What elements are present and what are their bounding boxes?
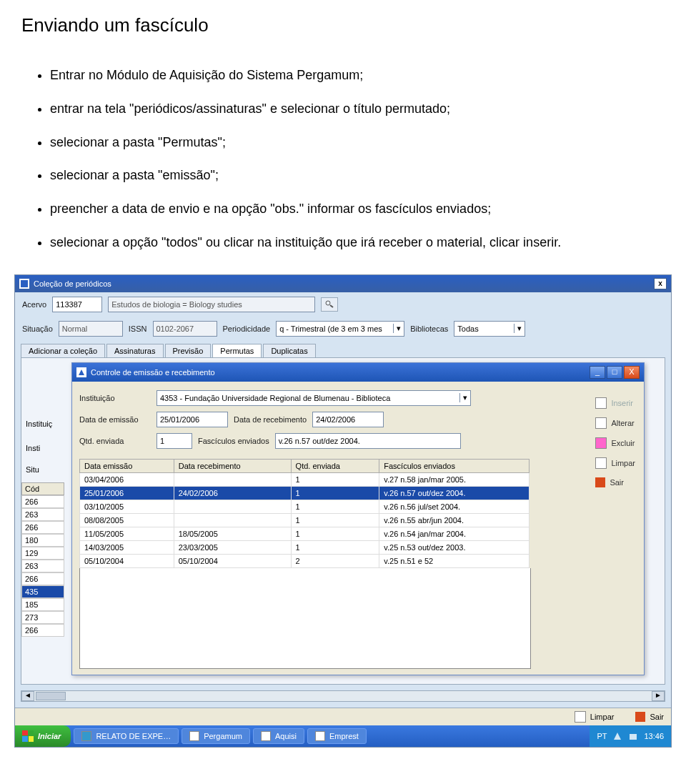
left-partial-column: Instituiç Insti Situ Cód 266 263 266 180… [21,418,64,637]
scroll-left-button[interactable]: ◄ [21,691,34,701]
table-cell: 11/05/2005 [80,527,174,540]
alterar-button[interactable]: Alterar [595,417,635,429]
tab-permutas[interactable]: Permutas [212,344,262,357]
exit-icon [595,477,605,487]
table-row[interactable]: 05/10/200405/10/20042v.25 n.51 e 52 [80,554,530,567]
table-cell: 1 [291,527,379,540]
tray-icon[interactable] [628,731,638,741]
clear-icon [575,711,586,723]
word-icon [81,731,91,741]
periodicidade-select[interactable]: q - Trimestral (de 3 em 3 mes▾ [276,321,404,337]
inner-dialog: Controle de emissão e recebimento _ □ X … [71,362,645,675]
table-row[interactable]: 03/04/20061v.27 n.58 jan/mar 2005. [80,472,530,486]
excluir-button[interactable]: Excluir [595,437,635,449]
instituicao-label: Instituição [79,394,151,402]
status-limpar-button[interactable]: Limpar [575,711,615,723]
tab-previsao[interactable]: Previsão [165,344,212,357]
bibliotecas-select[interactable]: Todas▾ [454,321,525,337]
tab-content-permutas: Instituiç Insti Situ Cód 266 263 266 180… [21,357,665,685]
col-fasciculos[interactable]: Fascículos enviados [379,459,530,472]
qtd-enviada-input[interactable]: 1 [156,433,192,449]
list-item-selected[interactable]: 435 [21,585,64,598]
list-item[interactable]: 180 [21,534,64,547]
sair-button[interactable]: Sair [595,477,635,487]
list-item[interactable]: 266 [21,521,64,534]
data-recebimento-input[interactable]: 24/02/2006 [312,412,384,427]
table-row[interactable]: 03/10/20051v.26 n.56 jul/set 2004. [80,500,530,513]
task-pergamum[interactable]: Pergamum [182,728,250,744]
maximize-button[interactable]: □ [607,366,622,379]
table-row[interactable]: 25/01/200624/02/20061v.26 n.57 out/dez 2… [80,486,530,500]
dialog-title: Controle de emissão e recebimento [91,368,215,377]
svg-rect-6 [630,734,637,740]
system-tray[interactable]: PT 13:46 [590,725,671,747]
table-row[interactable]: 14/03/200523/03/20051v.25 n.53 out/dez 2… [80,540,530,554]
language-indicator[interactable]: PT [597,732,607,740]
bibliotecas-label: Bibliotecas [410,324,448,333]
dialog-icon [76,367,86,377]
data-emissao-input[interactable]: 25/01/2006 [156,412,228,427]
instruction-list: Entrar no Módulo de Aquisição do Sistema… [50,65,672,253]
search-icon [324,301,334,309]
list-item[interactable]: 129 [21,547,64,560]
dialog-titlebar[interactable]: Controle de emissão e recebimento _ □ X [72,363,644,382]
horizontal-scrollbar[interactable]: ◄ ► [21,690,665,702]
bullet-item: selecionar a pasta "Permutas"; [50,132,672,153]
status-sair-button[interactable]: Sair [635,711,664,723]
windows-logo-icon [22,730,34,742]
tray-icon[interactable] [612,731,622,741]
list-item[interactable]: 266 [21,572,64,585]
table-row[interactable]: 11/05/200518/05/20051v.26 n.54 jan/mar 2… [80,527,530,540]
task-aquisi[interactable]: Aquisi [253,728,304,744]
clock[interactable]: 13:46 [644,732,664,740]
minimize-button[interactable]: _ [590,366,605,379]
list-item[interactable]: 266 [21,495,64,508]
acervo-input[interactable]: 113387 [52,297,102,312]
list-item[interactable]: 185 [21,598,64,611]
close-button[interactable]: X [624,366,640,379]
situacao-input: Normal [59,321,123,337]
inserir-button: Inserir [595,397,635,409]
limpar-button[interactable]: Limpar [595,457,635,469]
list-item[interactable]: 263 [21,560,64,572]
bullet-item: entrar na tela "periódicos/assinaturas" … [50,99,672,119]
list-item[interactable]: 266 [21,624,64,637]
scroll-right-button[interactable]: ► [652,691,665,701]
insert-icon [595,397,607,409]
emissao-table: Data emissão Data recebimento Qtd. envia… [79,459,530,568]
app-icon [189,731,199,741]
col-data-emissao[interactable]: Data emissão [80,459,174,472]
table-cell: 24/02/2006 [174,486,291,500]
col-qtd-enviada[interactable]: Qtd. enviada [291,459,379,472]
svg-rect-1 [21,280,28,287]
tab-adicionar[interactable]: Adicionar a coleção [21,344,105,357]
table-cell [174,513,291,527]
start-button[interactable]: Iniciar [15,725,71,747]
col-data-recebimento[interactable]: Data recebimento [174,459,291,472]
list-item[interactable]: 263 [21,508,64,521]
tab-duplicatas[interactable]: Duplicatas [263,344,315,357]
situacao-label: Situação [22,324,53,333]
fasciculos-input[interactable]: v.26 n.57 out/dez 2004. [275,433,461,449]
app-icon [315,731,325,741]
table-cell: 08/08/2005 [80,513,174,527]
list-item[interactable]: 273 [21,611,64,624]
table-row[interactable]: 08/08/20051v.26 n.55 abr/jun 2004. [80,513,530,527]
scroll-thumb[interactable] [36,692,66,700]
lookup-button[interactable] [321,297,338,312]
periodicidade-label: Periodicidade [223,324,271,333]
table-cell: 03/10/2005 [80,500,174,513]
data-emissao-label: Data de emissão [79,415,151,424]
close-button[interactable]: x [654,278,667,289]
table-cell: v.27 n.58 jan/mar 2005. [379,472,530,486]
table-cell: 1 [291,486,379,500]
app-icon [19,279,29,289]
insti-label-partial: Insti [21,442,64,454]
task-emprest[interactable]: Emprest [307,728,367,744]
instituicao-select[interactable]: 4353 - Fundação Universidade Regional de… [156,390,471,406]
table-empty-area [79,568,531,669]
task-relato[interactable]: RELATO DE EXPE… [74,728,179,744]
table-cell: 25/01/2006 [80,486,174,500]
fasciculos-label: Fascículos enviados [198,437,269,445]
tab-assinaturas[interactable]: Assinaturas [106,344,163,357]
